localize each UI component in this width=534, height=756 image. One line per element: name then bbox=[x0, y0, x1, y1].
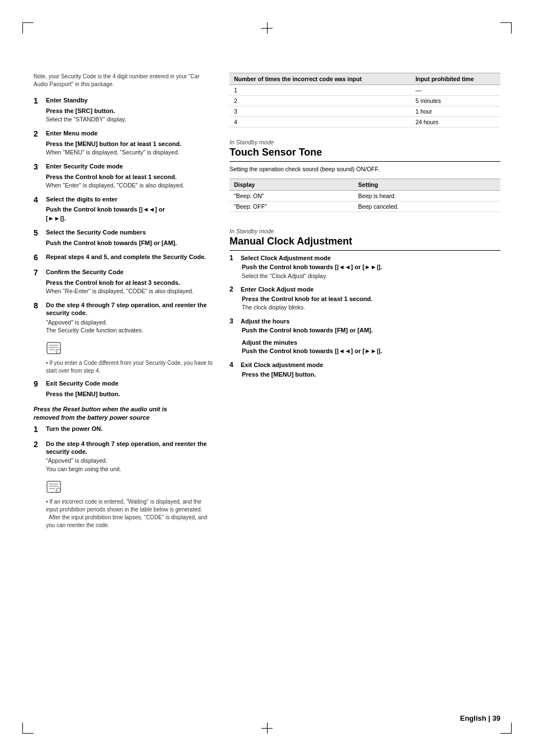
reset-section-title: Press the Reset button when the audio un… bbox=[34, 405, 213, 421]
step-4-num: 4 bbox=[34, 195, 44, 205]
step-5-title: Select the Security Code numbers bbox=[46, 228, 146, 236]
step-7-normal: When "Re-Enter" is displayed, "CODE" is … bbox=[46, 287, 213, 295]
corner-tl bbox=[22, 22, 34, 34]
reset-bullet: • If an incorrect code is entered, "Wait… bbox=[34, 498, 213, 529]
prohibited-table-row: 424 hours bbox=[229, 117, 500, 128]
reset-step-2-normal-2: You can begin using the unit. bbox=[46, 465, 213, 473]
step-6-num: 6 bbox=[34, 253, 44, 262]
step-2-num: 2 bbox=[34, 129, 44, 139]
page: Note, your Security Code is the 4 digit … bbox=[0, 0, 534, 756]
step-3-normal: When "Enter" is displayed, "CODE" is als… bbox=[46, 181, 213, 190]
note-icon: ! bbox=[46, 340, 62, 356]
touch-sensor-desc: Setting the operation check sound (beep … bbox=[229, 165, 500, 173]
touch-sensor-table: Display Setting "Beep: ON"Beep is heard.… bbox=[229, 179, 500, 212]
note-icon-block-2: ! bbox=[46, 479, 213, 496]
clock-step-4: 4 Exit Clock adjustment mode Press the [… bbox=[229, 361, 500, 379]
reset-step-1-title: Turn the power ON. bbox=[46, 425, 102, 433]
page-number: 39 bbox=[493, 714, 500, 722]
right-column: Number of times the incorrect code was i… bbox=[229, 73, 500, 683]
reset-step-1: 1 Turn the power ON. bbox=[34, 425, 213, 434]
reset-step-2-normal-1: "Appoved" is displayed. bbox=[46, 457, 213, 465]
step-8-title: Do the step 4 through 7 step operation, … bbox=[46, 301, 213, 317]
reset-step-1-num: 1 bbox=[34, 425, 44, 434]
step-4-title: Select the digits to enter bbox=[46, 195, 118, 203]
touch-setting-cell: Beep canceled. bbox=[354, 201, 500, 212]
touch-setting-cell: Beep is heard. bbox=[354, 191, 500, 201]
prohibited-time-cell: 5 minutes bbox=[411, 96, 500, 106]
prohibited-times-cell: 4 bbox=[229, 117, 411, 128]
step-8-normal-1: "Appoved" is displayed. bbox=[46, 318, 213, 327]
touch-sensor-italic-header: In Standby mode bbox=[229, 139, 500, 145]
step-9: 9 Exit Security Code mode Press the [MEN… bbox=[34, 379, 213, 398]
step-3-title: Enter Security Code mode bbox=[46, 162, 123, 170]
step-2: 2 Enter Menu mode Press the [MENU] butto… bbox=[34, 129, 213, 157]
note-icon-2: ! bbox=[46, 479, 62, 495]
manual-clock-title: Manual Clock Adjustment bbox=[229, 236, 500, 251]
left-column: Note, your Security Code is the 4 digit … bbox=[34, 73, 213, 683]
prohibited-table-row: 25 minutes bbox=[229, 96, 500, 106]
prohibited-table-col2-header: Input prohibited time bbox=[411, 73, 500, 85]
clock-step-1-num: 1 bbox=[229, 254, 238, 262]
clock-step-2-normal: The clock display blinks. bbox=[242, 303, 500, 312]
clock-step-1-bold: Push the Control knob towards [|◄◄] or [… bbox=[242, 263, 500, 271]
step-3: 3 Enter Security Code mode Press the Con… bbox=[34, 162, 213, 190]
step-3-num: 3 bbox=[34, 162, 44, 172]
prohibited-time-cell: 24 hours bbox=[411, 117, 500, 128]
step-1-num: 1 bbox=[34, 96, 44, 106]
corner-bl bbox=[22, 722, 34, 734]
step-8: 8 Do the step 4 through 7 step operation… bbox=[34, 301, 213, 335]
step-5-bold: Push the Control knob towards [FM] or [A… bbox=[46, 239, 213, 247]
clock-step-4-num: 4 bbox=[229, 361, 238, 369]
clock-step-3-title: Adjust the hours bbox=[241, 317, 289, 325]
clock-step-2-bold: Press the Control knob for at least 1 se… bbox=[242, 295, 500, 303]
corner-br bbox=[500, 722, 512, 734]
step-9-title: Exit Security Code mode bbox=[46, 379, 119, 387]
touch-display-cell: "Beep: ON" bbox=[229, 191, 354, 201]
touch-sensor-section: In Standby mode Touch Sensor Tone Settin… bbox=[229, 139, 500, 212]
clock-step-3-bold: Push the Control knob towards [FM] or [A… bbox=[242, 326, 500, 335]
corner-tr bbox=[500, 22, 512, 34]
clock-step-1: 1 Select Clock Adjustment mode Push the … bbox=[229, 254, 500, 280]
step-3-bold: Press the Control knob for at least 1 se… bbox=[46, 173, 213, 181]
step-1-title: Enter Standby bbox=[46, 96, 88, 104]
reset-step-2-num: 2 bbox=[34, 440, 44, 449]
step-6: 6 Repeat steps 4 and 5, and complete the… bbox=[34, 253, 213, 262]
step-5-num: 5 bbox=[34, 228, 44, 238]
step-8-normal-2: The Security Code function activates. bbox=[46, 326, 213, 335]
clock-step-2: 2 Enter Clock Adjust mode Press the Cont… bbox=[229, 285, 500, 311]
clock-step-3: 3 Adjust the hours Push the Control knob… bbox=[229, 317, 500, 356]
touch-table-col2: Setting bbox=[354, 179, 500, 191]
step-4-bold: Push the Control knob towards [|◄◄] or[►… bbox=[46, 205, 213, 223]
step-2-title: Enter Menu mode bbox=[46, 129, 97, 137]
footer-text: English | 39 bbox=[460, 714, 500, 722]
step-9-bold: Press the [MENU] button. bbox=[46, 390, 213, 398]
crosshair-bottom bbox=[261, 722, 273, 734]
reset-step-2: 2 Do the step 4 through 7 step operation… bbox=[34, 440, 213, 473]
clock-step-4-title: Exit Clock adjustment mode bbox=[241, 361, 323, 369]
prohibited-table-row: 1— bbox=[229, 85, 500, 96]
step-1-bold: Press the [SRC] button. bbox=[46, 107, 213, 115]
prohibited-table: Number of times the incorrect code was i… bbox=[229, 73, 500, 128]
clock-step-4-bold: Press the [MENU] button. bbox=[242, 370, 500, 379]
prohibited-table-section: Number of times the incorrect code was i… bbox=[229, 73, 500, 128]
touch-display-cell: "Beep: OFF" bbox=[229, 201, 354, 212]
step-8-bullet: • If you enter a Code different from you… bbox=[34, 359, 213, 375]
prohibited-times-cell: 3 bbox=[229, 106, 411, 117]
step-8-num: 8 bbox=[34, 301, 44, 311]
clock-step-3-adjust-minutes-bold: Push the Control knob towards [|◄◄] or [… bbox=[242, 347, 500, 355]
step-7-title: Confirm the Security Code bbox=[46, 268, 124, 276]
crosshair-top bbox=[261, 22, 273, 34]
clock-step-3-num: 3 bbox=[229, 317, 238, 325]
clock-step-2-num: 2 bbox=[229, 285, 238, 293]
step-7: 7 Confirm the Security Code Press the Co… bbox=[34, 268, 213, 295]
clock-step-1-normal: Select the "Clock Adjust" display. bbox=[242, 272, 500, 280]
step-7-num: 7 bbox=[34, 268, 44, 278]
prohibited-time-cell: — bbox=[411, 85, 500, 96]
prohibited-times-cell: 2 bbox=[229, 96, 411, 106]
prohibited-table-row: 31 hour bbox=[229, 106, 500, 117]
footer: English | 39 bbox=[460, 714, 500, 722]
step-9-num: 9 bbox=[34, 379, 44, 389]
step-2-bold: Press the [MENU] button for at least 1 s… bbox=[46, 140, 213, 148]
touch-table-col1: Display bbox=[229, 179, 354, 191]
clock-step-3-adjust-minutes-title: Adjust the minutes bbox=[242, 339, 500, 347]
